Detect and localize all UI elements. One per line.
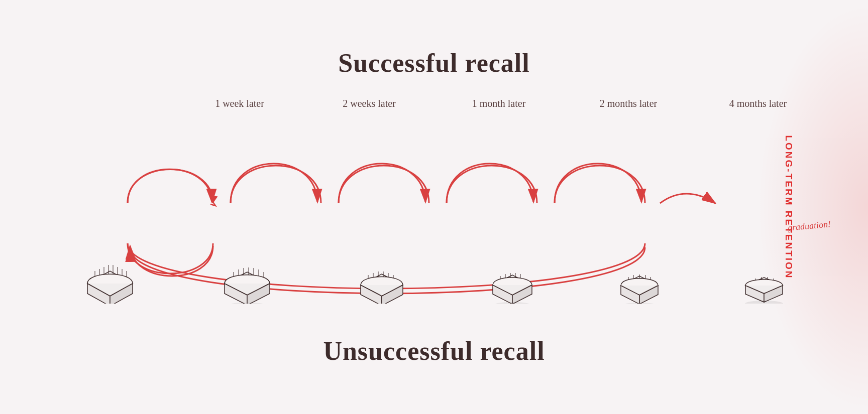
card-box-2 xyxy=(352,246,412,304)
box-item-1 xyxy=(214,243,280,304)
svg-marker-0 xyxy=(209,195,218,204)
card-box-3 xyxy=(484,246,541,304)
box-item-0 xyxy=(77,243,143,304)
svg-point-24 xyxy=(223,303,271,304)
boxes-row: graduation! xyxy=(57,243,811,304)
diagram-area: 1 week later 2 weeks later 1 month later… xyxy=(57,88,811,329)
time-label-5: 4 months later xyxy=(725,98,791,109)
time-label-2: 2 weeks later xyxy=(337,98,402,109)
time-label-3: 1 month later xyxy=(466,98,531,109)
svg-point-43 xyxy=(492,302,533,304)
title-successful: Successful recall xyxy=(338,48,529,78)
time-label-1: 1 week later xyxy=(207,98,272,109)
card-box-1 xyxy=(214,243,280,304)
svg-point-52 xyxy=(620,303,659,304)
title-unsuccessful: Unsuccessful recall xyxy=(323,336,545,366)
time-label-0 xyxy=(77,98,143,109)
retention-label: LONG-TERM RETENTION xyxy=(783,135,794,279)
card-box-0 xyxy=(77,243,143,304)
svg-point-60 xyxy=(745,301,783,304)
time-labels-row: 1 week later 2 weeks later 1 month later… xyxy=(57,98,811,109)
time-label-4: 2 months later xyxy=(596,98,661,109)
box-item-2 xyxy=(352,246,412,304)
box-item-3 xyxy=(484,246,541,304)
card-box-4 xyxy=(613,248,666,304)
box-item-4 xyxy=(613,248,666,304)
main-container: Successful recall xyxy=(0,0,868,414)
